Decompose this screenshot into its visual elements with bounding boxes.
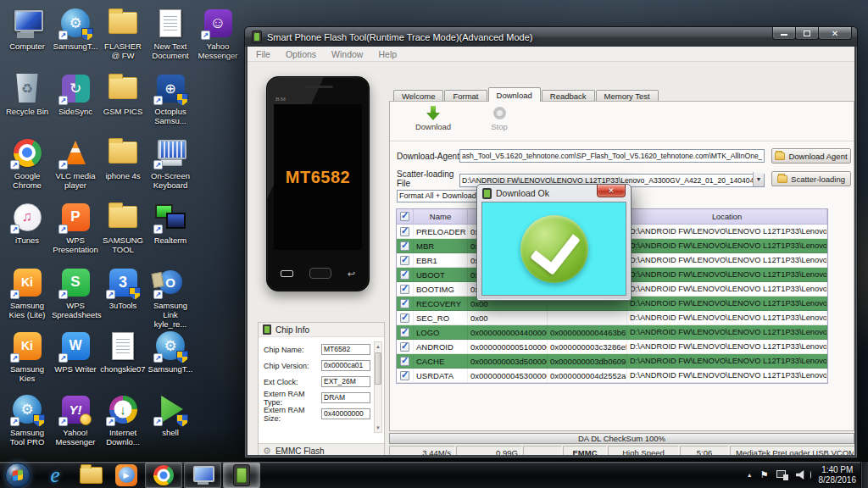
dialog-close-button[interactable]: ✕ (597, 185, 626, 197)
desktop-icon-on-screen-keyboard[interactable]: ↗On-Screen Keyboard (147, 136, 194, 190)
partition-location: D:\ANDROID FW\LENOVO\LENOVO L12T1P33\Len… (627, 282, 827, 296)
desktop-icon-samsung-tool-pro[interactable]: ⚙↗Samsung Tool PRO (3, 393, 51, 446)
start-button[interactable] (5, 463, 31, 488)
title-bar[interactable]: Smart Phone Flash Tool(Runtime Trace Mod… (245, 27, 857, 47)
action-center-flag-icon[interactable]: ⚑ (760, 469, 769, 480)
chip-field-label: Extern RAM Type: (264, 390, 321, 407)
dialog-title-bar[interactable]: Download Ok ✕ (477, 185, 631, 202)
taskbar-explorer[interactable] (73, 463, 108, 488)
taskbar-flash-tool[interactable] (223, 463, 260, 488)
tab-welcome[interactable]: Welcome (393, 90, 443, 102)
speaker-icon[interactable] (796, 470, 807, 480)
desktop-icon-google-chrome[interactable]: ↗Google Chrome (3, 136, 51, 190)
menu-file[interactable]: File (256, 49, 270, 59)
tab-download[interactable]: Download (488, 87, 541, 102)
desktop-icon-wps-presentation[interactable]: P↗WPS Presentation (52, 201, 99, 254)
partition-checkbox[interactable] (400, 328, 409, 337)
partition-checkbox[interactable] (400, 371, 409, 380)
menu-options[interactable]: Options (286, 49, 316, 59)
scatter-loading-button[interactable]: Scatter-loading (771, 171, 851, 186)
desktop-icon-label: Yahoo Messenger (194, 42, 242, 60)
desktop-icon-realterm[interactable]: ↗Realterm (147, 201, 194, 245)
desktop-icon-internet-downlo[interactable]: ↓↗Internet Downlo... (99, 393, 147, 446)
desktop-icon-yahoo-messenger[interactable]: ☺↗Yahoo Messenger (194, 7, 242, 60)
desktop-icon-samsungt[interactable]: ⚙↗SamsungT... (147, 330, 194, 374)
desktop-icon-samsungt[interactable]: ⚙↗SamsungT... (52, 7, 99, 51)
tab-readback[interactable]: Readback (542, 90, 595, 102)
partition-checkbox[interactable] (400, 299, 409, 308)
desktop-icon-shell[interactable]: ↗shell (147, 393, 194, 437)
desktop-icon-wps-writer[interactable]: W↗WPS Writer (52, 330, 99, 374)
desktop-icon-new-text-document[interactable]: New Text Document (147, 7, 194, 60)
partition-location: D:\ANDROID FW\LENOVO\LENOVO L12T1P33\Len… (627, 268, 827, 281)
close-button[interactable]: ✕ (818, 27, 852, 40)
scroll-up-icon[interactable]: ▲ (375, 342, 381, 351)
desktop-icon-samsung-kies[interactable]: Ki↗Samsung Kies (3, 330, 51, 383)
tab-memory-test[interactable]: Memory Test (596, 90, 659, 102)
chip-field-value[interactable]: DRAM (321, 392, 370, 403)
desktop-icon-samsung-link-kyle-re[interactable]: O↗Samsung Link kyle_re... (147, 266, 194, 329)
desktop-icon-sidesync[interactable]: ↻↗SideSync (52, 72, 99, 116)
stop-button[interactable]: Stop (478, 106, 520, 131)
chip-info-scrollbar[interactable]: ▲ ▼ (374, 341, 382, 433)
minimize-button[interactable] (772, 27, 796, 40)
desktop-icon-chongskie07[interactable]: chongskie07 (99, 330, 147, 374)
network-icon[interactable] (776, 470, 788, 480)
show-desktop-button[interactable] (860, 462, 868, 488)
partition-name: EBR1 (414, 253, 468, 267)
download-agent-input[interactable] (459, 149, 765, 163)
header-checkbox-cell (397, 209, 414, 224)
desktop-icon-flasher-fw[interactable]: FLASHER @ FW (99, 7, 147, 60)
chip-field-value[interactable]: 0x0000ca01 (321, 360, 370, 371)
desktop-icon-itunes[interactable]: ♫↗iTunes (3, 201, 51, 245)
menu-window[interactable]: Window (331, 49, 363, 59)
taskbar-ie[interactable]: e (37, 463, 73, 488)
partition-end-address: 0x000000003c3286ef (548, 340, 627, 353)
partition-checkbox[interactable] (400, 342, 409, 352)
status-bar: 3.44M/s0.99GEMMCHigh Speed5:06MediaTek P… (389, 446, 854, 455)
taskbar-clock[interactable]: 1:40 PM 8/28/2016 (819, 465, 857, 485)
emmc-flash-section[interactable]: ⚙ EMMC Flash (259, 443, 384, 455)
partition-row-cache[interactable]: CACHE0x000000003d5000000x000000003db0609… (397, 354, 827, 369)
chip-field-value[interactable]: 0x40000000 (321, 408, 370, 419)
desktop-icon-yahoo-messenger[interactable]: Y!↗Yahoo! Messenger (52, 393, 99, 446)
partition-checkbox[interactable] (400, 285, 409, 294)
scroll-down-icon[interactable]: ▼ (375, 424, 381, 432)
desktop-icon-label: SideSync (52, 107, 99, 116)
tray-expand-icon[interactable]: ▲ (747, 472, 753, 478)
partition-row-android[interactable]: ANDROID0x00000000051000000x000000003c328… (397, 340, 827, 354)
desktop-icon-wps-spreadsheets[interactable]: S↗WPS Spreadsheets (52, 266, 99, 319)
sidesync-icon: ↻↗ (59, 72, 92, 104)
desktop-icon-vlc-media-player[interactable]: ↗VLC media player (52, 136, 99, 190)
taskbar-computer[interactable] (184, 463, 221, 488)
menu-help[interactable]: Help (378, 49, 397, 59)
desktop-icon-octoplus-samsu[interactable]: ⊕↗Octoplus Samsu... (147, 72, 194, 125)
scrollbar-thumb[interactable] (375, 352, 381, 385)
chip-field-value[interactable]: EXT_26M (321, 376, 370, 387)
tab-format[interactable]: Format (444, 90, 487, 102)
partition-row-usrdata[interactable]: USRDATA0x00000000453000000x000000004d255… (397, 369, 827, 383)
partition-row-sec-ro[interactable]: SEC_RO0x00D:\ANDROID FW\LENOVO\LENOVO L1… (397, 311, 827, 325)
desktop-icon-recycle-bin[interactable]: ♻Recycle Bin (3, 72, 51, 116)
maximize-button[interactable] (795, 27, 819, 40)
select-all-checkbox[interactable] (400, 212, 409, 221)
desktop-icon-computer[interactable]: Computer (3, 7, 51, 51)
partition-checkbox[interactable] (400, 270, 409, 280)
partition-checkbox[interactable] (400, 357, 409, 366)
taskbar-chrome[interactable] (145, 463, 182, 488)
chip-field-value[interactable]: MT6582 (321, 344, 370, 355)
desktop-icon-iphone-4s[interactable]: iphone 4s (99, 136, 147, 180)
partition-checkbox[interactable] (400, 313, 409, 323)
download-agent-button[interactable]: Download Agent (771, 148, 851, 164)
download-button[interactable]: Download (407, 106, 459, 131)
chevron-down-icon[interactable]: ▼ (753, 172, 764, 186)
desktop-icon-samsung-tool[interactable]: SAMSUNG TOOL (99, 201, 147, 254)
taskbar-media-player[interactable]: ▶ (108, 463, 144, 488)
desktop-icon-samsung-kies-lite[interactable]: Ki↗Samsung Kies (Lite) (3, 266, 51, 319)
partition-checkbox[interactable] (400, 256, 409, 265)
partition-row-logo[interactable]: LOGO0x00000000044000000x0000000004463b67… (397, 325, 827, 340)
desktop-icon-gsm-pics[interactable]: GSM PICS (99, 72, 147, 116)
partition-checkbox[interactable] (400, 227, 409, 236)
desktop-icon-3utools[interactable]: 3↗3uTools (99, 266, 147, 310)
partition-checkbox[interactable] (400, 241, 409, 251)
